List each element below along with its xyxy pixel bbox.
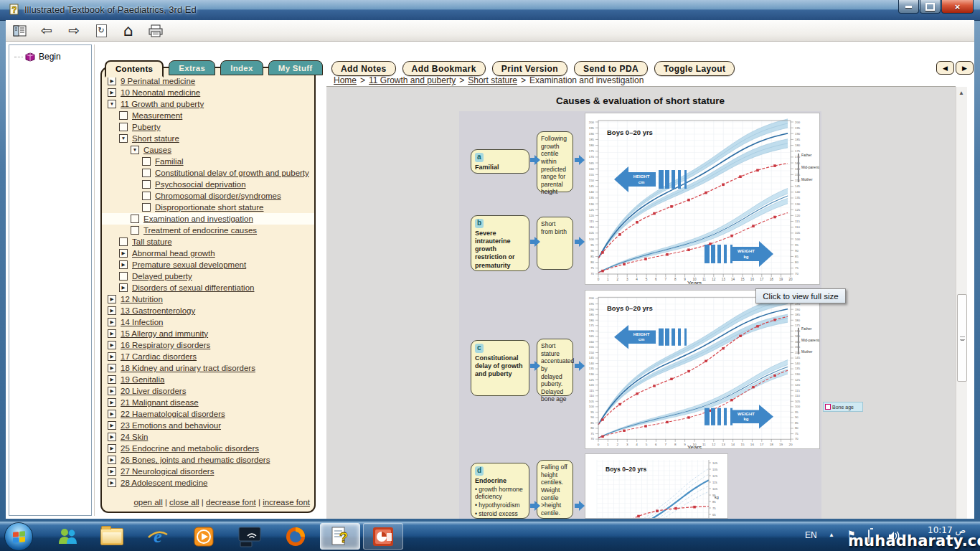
tree-collapsed-icon[interactable]: ▶ [108,398,116,407]
tree-expanded-icon[interactable]: ▼ [108,100,116,108]
maximize-button[interactable] [920,0,941,14]
home-button[interactable]: ⌂ [119,22,138,39]
refresh-button[interactable]: ↻ [92,22,110,39]
tree-item[interactable]: Measurement [102,110,314,121]
taskbar-help-viewer-button[interactable]: ? [320,523,360,550]
tree-collapsed-icon[interactable]: ▶ [108,88,116,97]
tree-collapsed-icon[interactable]: ▶ [108,444,116,453]
taskbar-firefox-button[interactable] [275,523,316,550]
tree-item-label[interactable]: 20 Liver disorders [121,385,186,397]
tree-collapsed-icon[interactable]: ▶ [108,479,116,487]
tab-index[interactable]: Index [220,60,263,75]
tree-item-label[interactable]: 14 Infection [121,316,163,328]
tree-item-label[interactable]: Disproportionate short stature [155,202,264,213]
taskbar-media-player-button[interactable] [184,523,224,550]
tree-item[interactable]: ▶19 Genitalia [102,374,314,385]
tree-leaf-icon[interactable] [119,237,128,246]
tree-item[interactable]: Disproportionate short stature [102,202,314,213]
minimize-button[interactable] [898,0,919,14]
tree-item[interactable]: Chromosomal disorder/syndromes [102,190,314,202]
tree-collapsed-icon[interactable]: ▶ [108,456,116,464]
tree-item-label[interactable]: 28 Adolescent medicine [121,477,207,489]
tree-item[interactable]: ▶20 Liver disorders [102,385,314,397]
tree-expanded-icon[interactable]: ▼ [131,146,139,154]
tree-item-label[interactable]: 15 Allergy and immunity [121,328,208,339]
tree-item-label[interactable]: 24 Skin [121,431,148,443]
tree-leaf-icon[interactable] [119,272,128,281]
scroll-up-button[interactable]: ▲ [956,87,967,98]
tree-item-label[interactable]: Disorders of sexual differentiation [132,282,254,293]
tree-item[interactable]: ▶13 Gastroenterology [102,305,314,316]
tree-item[interactable]: ▶28 Adolescent medicine [102,477,314,489]
show-hidden-icons-button[interactable]: ▲ [829,532,834,538]
tree-item[interactable]: ▶25 Endocrine and metabolic disorders [102,443,314,454]
tree-item[interactable]: ▶18 Kidney and urinary tract disorders [102,362,314,374]
tree-leaf-icon[interactable] [131,215,139,223]
tree-item-label[interactable]: Treatment of endocrine causes [143,225,257,236]
taskbar-wireless-display-button[interactable] [230,523,270,550]
tree-item-label[interactable]: 13 Gastroenterology [121,305,195,316]
growth-chart-2[interactable]: 2002001951951901901851851801801751751701… [585,290,820,449]
tree-leaf-icon[interactable] [119,111,128,120]
tree-item[interactable]: ▼Short stature [102,133,314,144]
forward-button[interactable]: ⇨ [65,22,83,39]
tree-collapsed-icon[interactable]: ▶ [108,352,116,361]
tree-item[interactable]: ▶24 Skin [102,431,314,443]
growth-chart-1[interactable]: 2002001951951901901851851801801751751701… [585,113,820,285]
tree-item[interactable]: ▶16 Respiratory disorders [102,339,314,351]
tree-collapsed-icon[interactable]: ▶ [108,364,116,372]
tree-item[interactable]: Tall stature [102,236,314,248]
tree-item[interactable]: ▶12 Nutrition [102,293,314,305]
tree-leaf-icon[interactable] [142,157,151,166]
taskbar-explorer-button[interactable] [92,523,132,550]
print-version-button[interactable]: Print Version [492,61,567,76]
close-button[interactable]: × [941,0,974,14]
tree-item[interactable]: ▶21 Malignant disease [102,397,314,408]
growth-chart-3[interactable]: 1451351251151059585756555kgBoys 0–20 yrs [585,453,728,519]
tree-item-label[interactable]: Premature sexual development [132,259,246,270]
tree-item[interactable]: Examination and investigation [102,213,314,225]
previous-page-button[interactable]: ◀ [936,61,954,75]
tree-collapsed-icon[interactable]: ▶ [108,341,116,349]
tree-item-label[interactable]: 10 Neonatal medicine [121,87,200,98]
tree-collapsed-icon[interactable]: ▶ [108,433,116,441]
tree-item-label[interactable]: 26 Bones, joints and rheumatic disorders [121,454,270,466]
tree-item-label[interactable]: 19 Genitalia [121,374,164,385]
tree-item-label[interactable]: Causes [143,144,171,156]
tree-item-label[interactable]: Abnormal head growth [132,248,215,259]
tree-item[interactable]: ▶23 Emotions and behaviour [102,420,314,431]
tree-link-increase-font[interactable]: increase font [263,498,310,507]
taskbar-internet-explorer-button[interactable]: e [138,523,178,550]
tree-item[interactable]: ▶Disorders of sexual differentiation [102,282,314,293]
tree-item[interactable]: Treatment of endocrine causes [102,225,314,236]
tree-item-label[interactable]: Measurement [132,110,182,121]
tree-link-decrease-font[interactable]: decrease font [206,498,256,507]
tree-collapsed-icon[interactable]: ▶ [108,421,116,430]
tree-item-label[interactable]: Short stature [132,133,179,144]
scrollbar-thumb[interactable] [957,294,967,382]
language-indicator[interactable]: EN [805,530,817,540]
tree-item[interactable]: ▶Premature sexual development [102,259,314,270]
tree-collapsed-icon[interactable]: ▶ [119,249,128,258]
tree-item[interactable]: ▶27 Neurological disorders [102,466,314,477]
tree-collapsed-icon[interactable]: ▶ [119,260,128,269]
tree-leaf-icon[interactable] [142,180,151,189]
tree-leaf-icon[interactable] [131,226,139,235]
breadcrumb-11-growth-and-puberty[interactable]: 11 Growth and puberty [369,75,456,85]
tree-collapsed-icon[interactable]: ▶ [108,467,116,476]
tree-collapsed-icon[interactable]: ▶ [119,283,128,292]
tree-item-label[interactable]: 21 Malignant disease [121,397,199,408]
tree-item[interactable]: ▶17 Cardiac disorders [102,351,314,362]
tree-collapsed-icon[interactable]: ▶ [108,375,116,384]
tree-leaf-icon[interactable] [142,169,151,177]
add-notes-button[interactable]: Add Notes [331,61,396,76]
tree-leaf-icon[interactable] [142,192,151,200]
tree-collapsed-icon[interactable]: ▶ [108,77,116,85]
sidebar-item-begin[interactable]: Begin [14,52,61,62]
taskbar-messenger-button[interactable] [47,523,88,550]
tree-leaf-icon[interactable] [119,123,128,131]
tree-item-label[interactable]: Chromosomal disorder/syndromes [155,190,281,202]
tree-item[interactable]: ▶10 Neonatal medicine [102,87,314,98]
tree-item[interactable]: Familial [102,156,314,167]
tree-item[interactable]: Puberty [102,121,314,133]
